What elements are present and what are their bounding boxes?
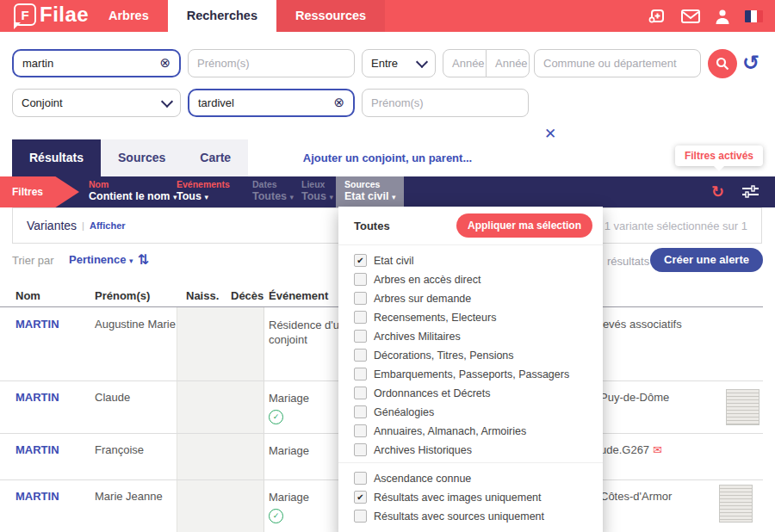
- result-name-link[interactable]: MARTIN: [16, 443, 59, 456]
- col-evenement: Événement: [269, 289, 328, 302]
- date-operator-select[interactable]: Entre: [362, 49, 436, 77]
- relative-first-name-input[interactable]: Prénom(s): [362, 89, 529, 117]
- verified-check-icon: ✓: [269, 509, 283, 523]
- chevron-down-icon: [161, 95, 173, 107]
- checkbox[interactable]: ✔: [354, 424, 367, 437]
- filter-lieux[interactable]: Lieux Tous ▾: [301, 179, 333, 204]
- record-thumbnail[interactable]: [726, 389, 760, 425]
- first-name-input[interactable]: Prénom(s): [188, 49, 355, 77]
- source-option[interactable]: ✔Généalogies: [354, 405, 603, 418]
- caret-down-icon: ▾: [129, 257, 133, 265]
- sources-filter-panel: Toutes Appliquer ma sélection ✔Etat civi…: [338, 207, 603, 532]
- filters-applied-badge[interactable]: Filtres activés: [675, 145, 763, 166]
- clear-last-name-icon[interactable]: ⊗: [159, 57, 170, 70]
- filters-ribbon: Filtres: [0, 176, 79, 207]
- apply-selection-button[interactable]: Appliquer ma sélection: [456, 213, 592, 238]
- checkbox[interactable]: ✔: [354, 368, 367, 380]
- place-input[interactable]: Commune ou département: [534, 49, 701, 77]
- filter-nom[interactable]: Nom Contient le nom ▾: [89, 179, 177, 204]
- checkbox[interactable]: ✔: [354, 254, 367, 267]
- col-prenoms: Prénom(s): [95, 289, 150, 302]
- checkbox[interactable]: ✔: [354, 273, 367, 286]
- mail-badge-icon[interactable]: ✉: [653, 443, 662, 456]
- filter-option[interactable]: ✔Ascendance connue: [354, 472, 603, 485]
- nav-item-ressources[interactable]: Ressources: [276, 0, 385, 32]
- filter-settings-icon[interactable]: [742, 185, 759, 198]
- nav-item-recherches[interactable]: Recherches: [168, 0, 276, 32]
- year-to-input[interactable]: Année: [486, 49, 530, 77]
- reset-filters-icon[interactable]: ↻: [711, 182, 724, 201]
- record-thumbnail[interactable]: [719, 485, 753, 523]
- tab-resultats[interactable]: Résultats: [12, 139, 101, 176]
- col-deces: Décès: [231, 289, 264, 302]
- col-nom: Nom: [16, 289, 40, 302]
- checkbox[interactable]: ✔: [354, 387, 367, 399]
- chevron-down-icon: [416, 55, 428, 67]
- source-option[interactable]: ✔Etat civil: [354, 254, 603, 267]
- relative-last-name-input[interactable]: tardivel ⊗: [188, 89, 355, 117]
- remove-relative-icon[interactable]: ✕: [544, 125, 556, 142]
- source-option[interactable]: ✔Arbres sur demande: [354, 292, 603, 305]
- caret-down-icon: ▾: [329, 193, 333, 201]
- sort-direction-icon[interactable]: ⇅: [138, 251, 149, 268]
- source-option[interactable]: ✔Embarquements, Passeports, Passagers: [354, 368, 603, 380]
- result-name-link[interactable]: MARTIN: [16, 391, 59, 404]
- last-name-input[interactable]: martin ⊗: [12, 49, 181, 77]
- checkbox[interactable]: ✔: [354, 472, 367, 485]
- result-name-link[interactable]: MARTIN: [16, 490, 59, 503]
- source-option[interactable]: ✔Archives Historiques: [354, 443, 603, 456]
- filae-logo[interactable]: F Filae: [14, 3, 89, 27]
- source-option[interactable]: ✔Décorations, Titres, Pensions: [354, 349, 603, 362]
- checkbox[interactable]: ✔: [354, 510, 367, 523]
- checkbox[interactable]: ✔: [354, 292, 367, 305]
- source-option[interactable]: ✔Arbres en accès direct: [354, 273, 603, 286]
- search-button[interactable]: [708, 49, 737, 78]
- checkbox[interactable]: ✔: [354, 349, 367, 362]
- source-option[interactable]: ✔Archives Militaires: [354, 330, 603, 343]
- create-alert-button[interactable]: Créer une alerte: [650, 248, 763, 272]
- col-naiss: Naiss.: [186, 289, 219, 302]
- checkbox[interactable]: ✔: [354, 311, 367, 324]
- account-icon[interactable]: [714, 8, 731, 25]
- header-icons: [648, 0, 763, 32]
- checkbox[interactable]: ✔: [354, 330, 367, 343]
- filae-logo-icon: F: [14, 3, 36, 26]
- sort-select[interactable]: Pertinence ▾: [69, 253, 133, 266]
- show-variants-link[interactable]: Afficher: [90, 220, 126, 231]
- top-header: F Filae Arbres Recherches Ressources: [0, 0, 775, 32]
- relative-type-select[interactable]: Conjoint: [12, 89, 181, 117]
- clear-relative-name-icon[interactable]: ⊗: [333, 96, 344, 109]
- caret-down-icon: ▾: [392, 193, 396, 201]
- result-tabs: Résultats Sources Carte: [12, 139, 248, 176]
- result-name-link[interactable]: MARTIN: [16, 318, 59, 331]
- source-option[interactable]: ✔Annuaires, Almanach, Armoiries: [354, 424, 603, 437]
- filter-sources[interactable]: Sources Etat civil ▾: [336, 176, 404, 207]
- source-option[interactable]: ✔Ordonnances et Décrets: [354, 387, 603, 399]
- year-from-input[interactable]: Année: [443, 49, 487, 77]
- filter-dates[interactable]: Dates Toutes ▾: [252, 179, 294, 204]
- sources-panel-header: Toutes Appliquer ma sélection: [338, 207, 603, 245]
- checkbox[interactable]: ✔: [354, 443, 367, 456]
- sort-by-label: Trier par: [12, 254, 54, 267]
- reset-search-icon[interactable]: ↺: [742, 51, 760, 75]
- tab-carte[interactable]: Carte: [183, 139, 248, 176]
- panel-divider: [338, 462, 603, 463]
- flag-fr-icon[interactable]: [745, 10, 763, 22]
- checkbox[interactable]: ✔: [354, 491, 367, 504]
- filter-evenements[interactable]: Evénements Tous ▾: [177, 179, 230, 204]
- filae-search-page: F Filae Arbres Recherches Ressources m: [0, 0, 775, 532]
- caret-down-icon: ▾: [290, 193, 294, 201]
- tree-add-icon[interactable]: [648, 7, 667, 26]
- source-option[interactable]: ✔Recensements, Electeurs: [354, 311, 603, 324]
- mail-icon[interactable]: [681, 9, 700, 23]
- filter-option[interactable]: ✔Résultats avec images uniquement: [354, 491, 603, 504]
- select-all-sources[interactable]: Toutes: [354, 220, 390, 232]
- filter-option[interactable]: ✔Résultats avec sources uniquement: [354, 510, 603, 523]
- verified-check-icon: ✓: [269, 410, 283, 424]
- checkbox[interactable]: ✔: [354, 405, 367, 418]
- top-navigation: Arbres Recherches Ressources: [90, 0, 385, 32]
- nav-item-arbres[interactable]: Arbres: [90, 0, 168, 32]
- tab-sources[interactable]: Sources: [101, 139, 183, 176]
- search-icon: [716, 57, 729, 71]
- filter-bar: Filtres Nom Contient le nom ▾ Evénements…: [0, 176, 775, 207]
